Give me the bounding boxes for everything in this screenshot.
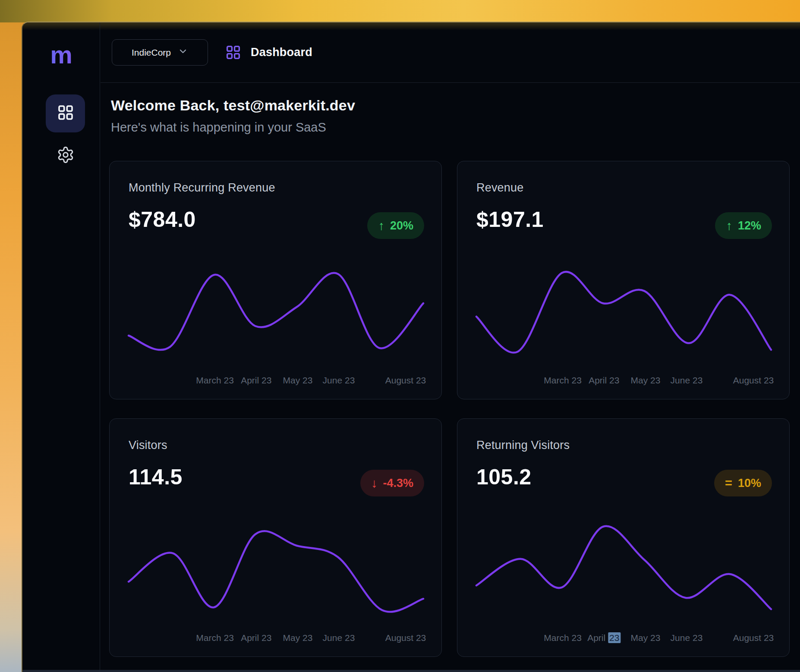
sidebar-item-dashboard[interactable] [46,94,85,132]
sparkline-chart [129,517,423,612]
sparkline-chart [476,260,771,355]
x-axis-label: August 23 [733,375,774,386]
x-axis-label: March 23 [196,375,234,386]
card-title: Monthly Recurring Revenue [129,181,275,195]
trend-icon: ↑ [726,220,732,232]
breadcrumb: Dashboard [225,44,312,60]
trend-change: 20% [390,219,413,232]
sparkline-path [129,531,423,612]
trend-change: 10% [738,477,761,490]
trend-badge: = 10% [714,470,772,496]
x-axis-label: April 23 [241,375,271,386]
x-axis-label: March 23 [196,633,234,643]
x-axis-label: April 23 [241,633,271,643]
x-axis-label: August 23 [385,633,426,643]
x-axis-labels: March 23April 23May 23June 23August 23 [476,375,771,389]
x-axis-label: August 23 [385,375,426,386]
trend-badge: ↑ 12% [715,212,772,239]
sidebar-item-settings[interactable] [52,144,79,167]
x-axis-label: March 23 [544,633,582,643]
trend-icon: ↑ [378,220,384,232]
text-selection-highlight: 23 [608,632,620,643]
topbar: IndieCorp Dashboard [101,22,800,83]
metric-card-3: Visitors 114.5 ↓ -4.3% March 23April 23M… [109,418,442,657]
metric-card-4: Returning Visitors 105.2 = 10% March 23A… [457,418,790,657]
app-logo: m [22,42,100,67]
page-title: Dashboard [251,46,312,59]
sparkline-path [129,273,423,350]
trend-badge: ↑ 20% [367,212,424,239]
trend-icon: = [725,477,732,490]
x-axis-label: June 23 [671,633,703,643]
dashboard-grid-icon [225,44,241,60]
x-axis-label: April 23 [587,633,620,643]
x-axis-label: May 23 [283,633,313,643]
x-axis-labels: March 23April 23May 23June 23August 23 [129,375,423,389]
card-value: $197.1 [476,207,544,232]
card-title: Visitors [129,439,167,452]
card-value: 105.2 [476,465,532,490]
x-axis-labels: March 23April 23May 23June 23August 23 [476,633,771,647]
grid-icon [57,104,74,123]
app-window: m IndieCorp [22,22,800,672]
dashboard-content: Welcome Back, test@makerkit.dev Here's w… [101,83,800,672]
sparkline-path [476,272,771,353]
macos-desktop: m IndieCorp [0,0,800,672]
desktop-wallpaper [0,0,800,22]
chevron-down-icon [178,46,188,59]
sidebar: m [22,22,100,672]
sparkline-chart [476,517,771,612]
x-axis-label: March 23 [544,375,582,386]
x-axis-label: April 23 [589,375,619,386]
sparkline-chart [129,260,423,355]
welcome-heading: Welcome Back, test@makerkit.dev [111,97,355,114]
x-axis-label: May 23 [631,633,661,643]
metric-card-1: Monthly Recurring Revenue $784.0 ↑ 20% M… [109,161,442,399]
card-value: 114.5 [129,465,183,490]
card-title: Returning Visitors [476,439,570,452]
x-axis-label: May 23 [283,375,313,386]
organization-selector[interactable]: IndieCorp [112,39,208,66]
trend-badge: ↓ -4.3% [360,470,424,496]
x-axis-label: June 23 [671,375,703,386]
x-axis-label: June 23 [323,375,355,386]
metric-card-2: Revenue $197.1 ↑ 12% March 23April 23May… [457,161,790,399]
card-value: $784.0 [129,207,196,232]
welcome-subtitle: Here's what is happening in your SaaS [111,120,326,135]
organization-name: IndieCorp [132,47,171,58]
x-axis-label: May 23 [631,375,661,386]
trend-change: -4.3% [383,477,413,490]
card-title: Revenue [476,181,523,195]
gear-icon [57,146,75,166]
x-axis-label: August 23 [733,633,774,643]
x-axis-labels: March 23April 23May 23June 23August 23 [129,633,423,647]
sparkline-path [476,526,771,609]
x-axis-label: June 23 [323,633,355,643]
trend-icon: ↓ [371,477,378,490]
trend-change: 12% [738,219,761,232]
metric-cards-grid: Monthly Recurring Revenue $784.0 ↑ 20% M… [109,161,790,657]
